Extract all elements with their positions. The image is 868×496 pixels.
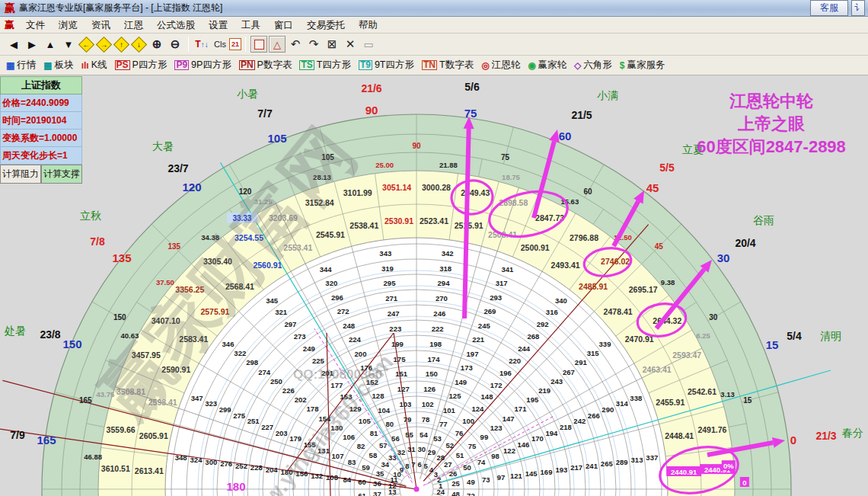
menu-item-公式选股[interactable]: 公式选股 <box>150 18 202 32</box>
svg-text:77: 77 <box>439 420 448 428</box>
cls-button[interactable]: Cls <box>212 36 228 53</box>
calc-resistance-button[interactable]: 计算阻力 <box>0 165 41 184</box>
svg-text:298: 298 <box>246 358 258 366</box>
svg-text:24: 24 <box>436 488 445 496</box>
tool-9T四方形[interactable]: T99T四方形 <box>359 59 414 72</box>
partial-edge-button[interactable]: 讠 <box>851 0 865 16</box>
forward-icon[interactable]: ▶ <box>24 36 40 53</box>
tool-P四方形[interactable]: PSP四方形 <box>115 59 168 72</box>
svg-text:2493.41: 2493.41 <box>551 261 580 270</box>
svg-text:79: 79 <box>404 415 412 424</box>
calc-support-button[interactable]: 计算支撑 <box>41 165 82 184</box>
svg-text:300: 300 <box>205 458 217 466</box>
svg-text:169: 169 <box>541 468 553 476</box>
svg-text:217: 217 <box>570 463 582 472</box>
sort-icon[interactable]: T↑↓ <box>193 36 210 53</box>
menu-item-江恩[interactable]: 江恩 <box>117 18 150 32</box>
svg-text:135: 135 <box>168 242 180 251</box>
tool-label: 六角形 <box>583 59 612 72</box>
menu-item-帮助[interactable]: 帮助 <box>352 18 385 32</box>
menu-item-交易委托[interactable]: 交易委托 <box>300 18 352 32</box>
svg-text:60: 60 <box>583 187 592 196</box>
svg-text:193: 193 <box>555 466 567 474</box>
tool-赢家服务[interactable]: $赢家服务 <box>620 59 665 72</box>
svg-text:104: 104 <box>378 406 391 414</box>
down-triangle-icon[interactable]: ▼ <box>60 36 77 53</box>
info-row: 时间=20190104 <box>0 112 82 130</box>
box-x-icon[interactable]: ⊠ <box>324 36 340 53</box>
svg-text:2448.41: 2448.41 <box>665 431 694 440</box>
annotation-line: 60度区间2847-2898 <box>676 136 866 158</box>
svg-text:76: 76 <box>455 429 464 437</box>
svg-text:15: 15 <box>743 396 752 405</box>
P四方形-icon: PS <box>115 60 130 70</box>
svg-text:103: 103 <box>399 400 411 408</box>
svg-text:97: 97 <box>497 473 506 482</box>
menu-item-设置[interactable]: 设置 <box>202 18 235 32</box>
svg-text:31: 31 <box>407 445 416 453</box>
svg-text:5/6: 5/6 <box>464 81 480 93</box>
menu-item-文件[interactable]: 文件 <box>19 18 52 32</box>
pan-left-icon[interactable]: ← <box>78 36 94 52</box>
zoom-out-icon[interactable]: ⊖ <box>167 36 183 53</box>
draw-triangle-icon[interactable]: △ <box>269 36 286 53</box>
svg-text:337: 337 <box>646 453 658 462</box>
tool-赢家轮[interactable]: ◉赢家轮 <box>528 59 566 72</box>
pan-up-icon[interactable]: ↑ <box>113 36 129 52</box>
menu-item-浏览[interactable]: 浏览 <box>52 18 85 32</box>
svg-text:23/7: 23/7 <box>168 162 188 174</box>
svg-text:177: 177 <box>330 381 343 389</box>
calendar-icon[interactable]: 21 <box>229 38 241 50</box>
江恩轮-icon: ◎ <box>481 60 489 71</box>
tool-9P四方形[interactable]: P99P四方形 <box>174 59 231 72</box>
tool-六角形[interactable]: ◇六角形 <box>574 59 612 72</box>
svg-text:132: 132 <box>311 472 323 480</box>
svg-text:小暑: 小暑 <box>237 88 258 100</box>
back-icon[interactable]: ◀ <box>5 36 22 53</box>
menu-item-资讯[interactable]: 资讯 <box>85 18 117 32</box>
svg-text:266: 266 <box>588 411 600 420</box>
svg-text:273: 273 <box>294 332 306 341</box>
svg-text:199: 199 <box>391 340 404 348</box>
main-toolbar: ◀ ▶ ▲ ▼ ← → ↑ ↓ ⊕ ⊖ T↑↓ Cls 21 △ ↶ ↷ ⊠ ✕… <box>0 34 868 56</box>
menu-item-窗口[interactable]: 窗口 <box>267 18 300 32</box>
赢家轮-icon: ◉ <box>528 60 535 71</box>
svg-text:51: 51 <box>456 451 464 459</box>
svg-text:90: 90 <box>412 142 421 150</box>
rotate-ccw-icon[interactable]: ↶ <box>287 36 304 53</box>
9T四方形-icon: T9 <box>359 60 372 70</box>
tool-K线[interactable]: ılıK线 <box>81 59 107 72</box>
svg-text:74: 74 <box>477 458 486 466</box>
svg-text:0: 0 <box>790 434 796 446</box>
draw-square-icon[interactable] <box>251 36 267 53</box>
svg-text:6: 6 <box>418 460 422 469</box>
svg-text:2440.91: 2440.91 <box>671 468 697 476</box>
rotate-cw-icon[interactable]: ↷ <box>305 36 322 53</box>
menu-item-工具[interactable]: 工具 <box>235 18 267 32</box>
tool-江恩轮[interactable]: ◎江恩轮 <box>481 59 520 72</box>
menu-items: 文件浏览资讯江恩公式选股设置工具窗口交易委托帮助 <box>19 18 385 32</box>
svg-text:2491.76: 2491.76 <box>697 425 726 434</box>
info-row: 变换系数=1.00000 <box>0 130 82 147</box>
zoom-in-icon[interactable]: ⊕ <box>148 36 165 53</box>
svg-text:126: 126 <box>423 385 436 393</box>
tool-P数字表[interactable]: PNP数字表 <box>239 59 292 72</box>
svg-text:275: 275 <box>233 411 246 420</box>
svg-text:341: 341 <box>501 265 514 274</box>
svg-text:348: 348 <box>175 453 187 462</box>
index-name: 上证指数 <box>0 76 82 94</box>
customer-service-button[interactable]: 客服 <box>810 0 848 16</box>
pan-down-icon[interactable]: ↓ <box>131 36 147 52</box>
svg-text:150: 150 <box>62 338 81 350</box>
up-triangle-icon[interactable]: ▲ <box>42 36 59 53</box>
svg-text:108: 108 <box>326 473 338 482</box>
tool-行情[interactable]: ▦行情 <box>6 59 36 72</box>
tool-T数字表[interactable]: TNT数字表 <box>422 59 474 72</box>
tool-板块[interactable]: ▩板块 <box>43 59 73 72</box>
center-x-icon[interactable]: ✕ <box>342 36 359 53</box>
svg-text:174: 174 <box>428 355 441 363</box>
pan-right-icon[interactable]: → <box>96 36 112 52</box>
svg-text:276: 276 <box>220 459 232 468</box>
svg-text:290: 290 <box>602 405 614 414</box>
tool-T四方形[interactable]: TST四方形 <box>299 59 350 72</box>
